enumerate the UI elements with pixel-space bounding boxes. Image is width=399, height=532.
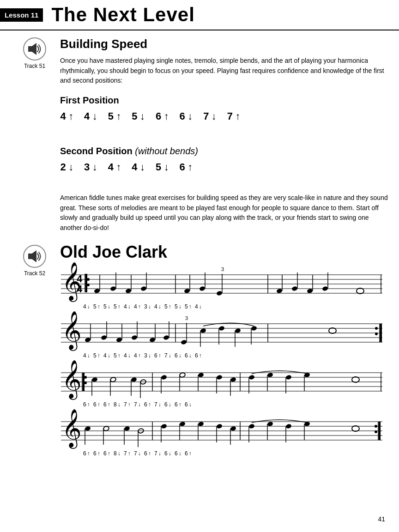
svg-point-114 [267,372,273,378]
svg-point-69 [181,339,187,345]
page-header: Lesson 11 The Next Level [0,0,399,30]
svg-point-67 [163,335,169,340]
building-speed-section: Building Speed Once you have mastered pl… [60,35,390,238]
svg-point-147 [216,423,223,429]
svg-point-27 [140,286,147,291]
svg-point-25 [125,288,132,294]
svg-point-112 [248,375,255,380]
svg-text:𝄞: 𝄞 [62,360,82,400]
song-title: Old Joe Clark [60,242,390,262]
svg-point-63 [131,335,138,340]
svg-point-72 [200,328,206,333]
svg-marker-5 [32,250,36,262]
svg-marker-2 [32,43,36,55]
staff-notes-2: 4↓ 5↑ 4↓ 5↑ 4↓ 4↑ 3↓ 6↑ 7↓ 6↓ 6↓ 6↑ [60,352,390,359]
page-title: The Next Level [51,4,194,26]
svg-point-110 [230,377,236,382]
svg-text:𝄞: 𝄞 [62,409,82,449]
svg-point-61 [116,337,122,343]
svg-point-42 [322,286,328,291]
svg-point-141 [161,423,167,429]
old-joe-clark-content: Track 52 Old Joe Clark 𝄞 4 4 [0,242,399,461]
svg-point-137 [124,426,130,431]
building-speed-body1: Once you have mastered playing single no… [60,56,390,86]
track52-label: Track 52 [24,270,45,277]
staff-row-4: 𝄞 [60,412,390,457]
svg-point-80 [329,328,336,333]
building-speed-title: Building Speed [60,37,390,51]
speaker-icon-51 [23,37,47,61]
music-staves: 𝄞 4 4 [60,266,390,457]
track52-col: Track 52 [9,242,60,461]
svg-rect-1 [28,46,32,52]
svg-point-57 [85,337,91,343]
svg-rect-4 [28,254,32,259]
first-position-title: First Position [60,95,390,106]
staff-svg-4: 𝄞 [60,412,383,449]
svg-point-106 [198,372,204,378]
svg-point-96 [110,377,116,382]
svg-point-40 [307,288,313,294]
svg-point-44 [357,288,364,294]
track51-label: Track 51 [24,63,45,69]
lesson-badge: Lesson 11 [0,8,43,22]
svg-point-151 [248,423,255,429]
main-content: Track 51 Building Speed Once you have ma… [0,35,399,238]
svg-point-29 [184,288,190,294]
svg-point-56 [375,332,378,335]
svg-point-94 [91,377,98,382]
svg-point-135 [103,426,109,431]
staff-svg-2: 𝄞 [60,314,383,351]
svg-point-36 [276,288,283,294]
svg-point-131 [375,425,377,428]
staff-svg-3: 𝄞 [60,363,383,400]
svg-point-120 [352,377,359,382]
staff-notes-1: 4↓ 5↑ 5↓ 5↑ 4↓ 4↑ 3↓ 4↓ 5↑ 5↓ 5↑ 4↓ [60,303,390,310]
svg-point-38 [291,286,298,291]
svg-point-78 [251,326,257,331]
staff-notes-3: 6↑ 6↑ 6↑ 8↓ 7↑ 7↓ 6↑ 7↓ 6↓ 6↑ 6↓ [60,401,390,408]
svg-point-145 [198,421,204,427]
page-number: 41 [378,515,385,523]
svg-point-116 [285,375,292,380]
svg-point-31 [199,286,206,291]
svg-point-102 [161,375,167,380]
svg-point-155 [285,423,292,429]
svg-point-74 [218,326,225,331]
second-position-title: Second Position (without bends) [60,146,390,157]
track51-col: Track 51 [9,35,60,238]
second-position-notes: 2↓ 3↓ 4↑ 4↓ 5↓ 6↑ [60,162,390,174]
svg-text:3: 3 [185,315,188,321]
svg-point-59 [101,335,107,340]
svg-point-108 [216,375,223,380]
svg-point-76 [235,328,241,333]
speaker-icon-52 [23,244,47,268]
svg-point-153 [267,421,273,427]
svg-point-143 [179,421,186,427]
svg-point-23 [110,286,116,291]
old-joe-clark-section: Old Joe Clark 𝄞 4 4 [60,242,390,461]
staff-row-3: 𝄞 [60,363,390,408]
staff-row-2: 𝄞 [60,314,390,359]
svg-point-55 [375,327,378,330]
staff-svg-1: 𝄞 4 4 [60,266,383,302]
svg-text:𝄞: 𝄞 [62,311,82,351]
svg-point-132 [375,430,377,433]
svg-point-21 [94,288,100,294]
svg-point-98 [131,377,137,382]
svg-point-159 [352,426,359,431]
svg-point-33 [216,290,223,296]
svg-point-104 [179,372,186,378]
svg-point-133 [85,426,91,431]
svg-text:3: 3 [221,266,224,272]
building-speed-body2: American fiddle tunes make great exercis… [60,193,390,233]
svg-point-149 [230,426,236,431]
first-position-notes: 4↑ 4↓ 5↑ 5↓ 6↑ 6↓ 7↓ 7↑ [60,111,390,123]
staff-row-1: 𝄞 4 4 [60,266,390,310]
staff-notes-4: 6↑ 6↑ 6↑ 8↓ 7↑ 7↓ 6↑ 7↓ 6↓ 6↓ 6↑ [60,450,390,457]
svg-point-65 [149,337,156,343]
